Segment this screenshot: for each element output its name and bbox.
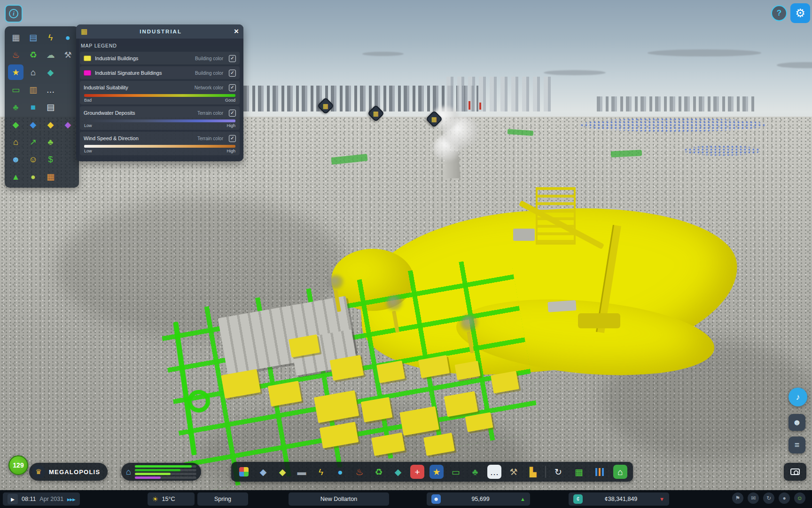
mail-icon[interactable]: ✉ [748, 492, 759, 504]
infoview-administration-icon[interactable]: ⌂ [25, 64, 41, 80]
speed-control[interactable]: ▸▸▸ [67, 496, 75, 503]
panel-title: INDUSTRIAL [87, 29, 234, 34]
map-tiles-icon[interactable]: ▦ [572, 465, 586, 479]
infoview-happiness-icon[interactable]: ☺ [25, 151, 41, 167]
legend-row-industrial-signature-buildings: Industrial Signature Buildings Building … [80, 66, 240, 79]
bulldozer-tool-icon[interactable]: ▙ [526, 465, 540, 479]
education-tool-icon[interactable]: ◆ [391, 465, 405, 479]
zoning-tool-icon[interactable] [237, 465, 251, 479]
infoview-tourism-icon[interactable]: ▥ [25, 82, 41, 97]
gradient-min-label: Low [84, 149, 92, 153]
legend-swatch [84, 70, 91, 76]
infoview-pollution-icon[interactable]: ☁ [43, 47, 58, 63]
gear-icon: ⚙ [795, 7, 805, 20]
roundabout [187, 390, 210, 413]
clock-time: 08:11 [22, 496, 36, 502]
infoview-citizens-icon[interactable]: ☻ [8, 151, 23, 167]
legend-row-industrial-buildings: Industrial Buildings Building color ✓ [80, 52, 240, 64]
season-segment: Spring [197, 492, 248, 506]
communications-tool-icon[interactable]: … [487, 465, 501, 479]
legend-row-wind-speed-direction: Wind Speed & Direction Terrain color ✓ L… [80, 132, 240, 155]
legend-type-label: Building color [195, 56, 223, 61]
chirper-button[interactable]: ♪ [789, 388, 807, 406]
infoview-terrain-icon[interactable]: ▲ [8, 169, 23, 184]
areas-tool-icon[interactable]: ◆ [275, 465, 289, 479]
infoview-fire-icon[interactable]: ♨ [8, 47, 23, 63]
check-icon: ✓ [230, 111, 234, 115]
legend-type-label: Network color [195, 85, 223, 90]
toolbar-separator [545, 466, 546, 478]
infoview-education-icon[interactable]: ◆ [43, 64, 58, 80]
roads-tool-icon[interactable]: ◆ [256, 465, 270, 479]
legend-checkbox[interactable]: ✓ [229, 55, 236, 62]
infoview-documents-icon[interactable]: ▤ [43, 99, 58, 115]
legend-checkbox[interactable]: ✓ [229, 110, 236, 117]
info-button[interactable]: i [5, 5, 23, 23]
legend-type-label: Terrain color [197, 136, 223, 141]
police-tool-icon[interactable]: ★ [429, 465, 444, 479]
progression-widget[interactable]: ⌂ [121, 463, 201, 481]
infoview-fertile-land-icon[interactable]: ◆ [8, 117, 23, 132]
infoview-maintenance-icon[interactable]: ⚒ [60, 47, 76, 63]
terraforming-tool-icon[interactable]: ⚒ [507, 465, 521, 479]
garbage-tool-icon[interactable]: ♻ [372, 465, 386, 479]
infoview-communications-icon[interactable]: … [43, 82, 58, 97]
quarry-structure [547, 300, 576, 312]
legend-type-label: Building color [195, 71, 223, 76]
infoview-garbage-icon[interactable]: ♻ [25, 47, 41, 63]
lifepath-button[interactable]: ☻ [789, 414, 805, 431]
infoview-parks-icon[interactable]: ♣ [8, 99, 23, 115]
fire-rescue-tool-icon[interactable]: ♨ [352, 465, 367, 479]
journal-button[interactable]: ≡ [789, 437, 805, 453]
healthcare-tool-icon[interactable]: + [410, 465, 424, 479]
infoview-electricity-icon[interactable]: ϟ [43, 30, 58, 45]
infoview-groundwater-icon[interactable]: ◆ [25, 117, 41, 132]
trophy-icon: ♛ [32, 465, 45, 478]
money-segment[interactable]: ¢ ¢38,341,849 ▼ [569, 492, 669, 506]
infoview-commercial-icon[interactable]: ■ [25, 99, 41, 115]
infoview-police-icon[interactable]: ★ [8, 64, 23, 80]
parks-tool-icon[interactable]: ♣ [468, 465, 482, 479]
cycle-icon[interactable]: ↻ [763, 492, 774, 504]
legend-row-industrial-suitability: Industrial Suitability Network color ✓ B… [80, 81, 240, 104]
infoview-residential-icon[interactable]: ⌂ [8, 134, 23, 150]
legend-checkbox[interactable]: ✓ [229, 70, 236, 77]
infoview-transit-icon[interactable]: ▭ [8, 82, 23, 97]
water-sewage-tool-icon[interactable]: ● [333, 465, 347, 479]
transport-tool-icon[interactable]: ▭ [449, 465, 463, 479]
legend-checkbox[interactable]: ✓ [229, 135, 236, 142]
play-button[interactable]: ▶ [8, 494, 18, 504]
statistics-icon[interactable] [593, 465, 607, 479]
close-icon[interactable]: × [234, 27, 239, 36]
infoview-economy-icon[interactable]: ↗ [25, 134, 41, 150]
infoview-wildlife-icon[interactable]: ● [25, 169, 41, 184]
happiness-indicator[interactable]: ☺ [794, 492, 805, 504]
rotate-camera-icon[interactable]: ↻ [551, 465, 565, 479]
electricity-tool-icon[interactable]: ϟ [314, 465, 328, 479]
infoview-water-icon[interactable]: ● [60, 30, 76, 45]
legend-swatch [84, 56, 91, 61]
eco-overview-icon[interactable]: ⌂ [613, 465, 627, 479]
infoview-industry-icon[interactable]: ▦ [43, 169, 58, 184]
alert-flag-icon[interactable]: ⚑ [732, 492, 743, 504]
infoview-oil-icon[interactable]: ◆ [60, 117, 76, 132]
distant-island [648, 49, 761, 56]
milestone-pill[interactable]: ♛ MEGALOPOLIS [29, 463, 108, 481]
population-segment[interactable]: ☻ 95,699 ▲ [427, 492, 530, 506]
radio-icon[interactable]: ● [779, 492, 790, 504]
population-value: 95,699 [445, 496, 516, 502]
infoview-ore-icon[interactable]: ◆ [43, 117, 58, 132]
xp-level-badge[interactable]: 129 [8, 455, 28, 475]
city-name-segment[interactable]: New Dollarton [289, 492, 389, 506]
road-services-icon[interactable]: ▬ [295, 465, 309, 479]
gradient-min-label: Bad [84, 98, 92, 103]
help-button[interactable]: ? [771, 5, 787, 21]
infoview-transportation-icon[interactable]: ▤ [25, 30, 41, 45]
settings-button[interactable]: ⚙ [790, 3, 810, 23]
milestone-bar-3 [135, 473, 196, 475]
infoview-wealth-icon[interactable]: $ [43, 151, 58, 167]
photo-mode-button[interactable] [784, 463, 806, 481]
infoview-roads-icon[interactable]: ▦ [8, 30, 23, 45]
infoview-agriculture-icon[interactable]: ♣ [43, 134, 58, 150]
legend-checkbox[interactable]: ✓ [229, 84, 236, 91]
